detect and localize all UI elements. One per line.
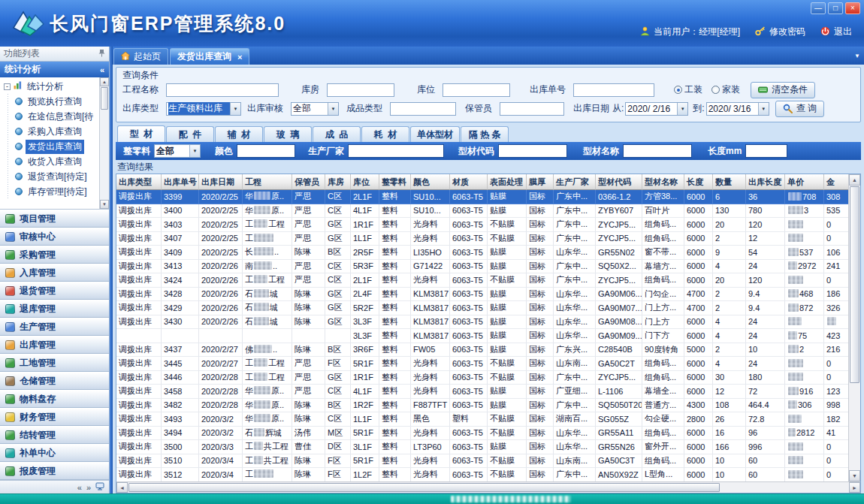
cell[interactable]: 6000 [684,357,713,371]
cell[interactable]: 4L1F [351,204,379,219]
material-tab[interactable]: 玻 璃 [264,126,312,142]
cell[interactable]: 门上方... [642,301,684,315]
cell[interactable]: 国标 [527,204,554,219]
cell[interactable]: 2972 [785,260,824,274]
cell[interactable]: 整料 [379,357,411,371]
table-row[interactable]: 调拨出库35102020/3/4工共工程陈琳F区5R1F整料光身料6063-T5… [116,454,848,469]
tree-item[interactable]: 采购入库查询 [0,124,109,139]
cell[interactable]: 24 [746,357,785,371]
cell[interactable]: 组角码... [642,357,684,371]
cell[interactable]: 山东华... [554,288,596,302]
tree-item[interactable]: 库存管理[待定] [0,184,109,199]
logout-link[interactable]: 退出 [834,26,852,38]
cell[interactable]: 998 [824,399,848,413]
cell[interactable]: 调拨出库 [116,232,162,246]
cell[interactable]: 国标 [527,371,554,385]
cell[interactable]: 不贴膜 [488,371,527,385]
cell[interactable]: 3458 [162,385,199,399]
cell[interactable]: 门勾企... [642,288,684,302]
column-header[interactable]: 表面处理 [488,174,527,190]
cell[interactable]: 华原.. [243,204,292,219]
column-header[interactable]: 出库长度 [746,174,785,190]
cell[interactable]: 调拨出库 [116,468,162,481]
column-header[interactable]: 长度 [684,174,713,190]
cell[interactable]: C区 [325,260,351,274]
cell[interactable]: 山东华... [554,427,596,441]
cell[interactable]: 4 [713,315,746,330]
cell[interactable]: ZYCJP5... [596,371,642,385]
cell[interactable]: F区 [325,468,351,481]
cell[interactable]: 调拨出库 [116,288,162,302]
cell[interactable]: 石城 [243,301,292,315]
cell[interactable]: C区 [325,273,351,288]
cell[interactable]: 华原.. [243,190,292,204]
cell[interactable] [785,315,824,330]
cell[interactable]: 24 [746,260,785,274]
project-name-input[interactable] [166,83,279,97]
cell[interactable]: 3407 [162,232,199,246]
sidebar-module[interactable]: 退货管理 [0,282,109,300]
cell[interactable]: 90度转角 [642,343,684,358]
cell[interactable]: 12 [746,232,785,246]
table-row[interactable]: 调拨出库34932020/3/2华原..陈琳C区1L1F整料黑色塑料不贴膜国标湖… [116,412,848,427]
computer-icon[interactable] [95,482,104,492]
cell[interactable]: 5R3F [351,260,379,274]
cell[interactable]: 光身料 [411,371,450,385]
cell[interactable]: F区 [325,357,351,371]
maximize-button[interactable]: □ [828,2,843,14]
cell[interactable]: 光身料 [411,357,450,371]
cell[interactable]: 长.. [243,246,292,260]
cell[interactable]: 湖南百... [554,412,596,427]
cell[interactable]: 1L2F [351,468,379,481]
cell[interactable]: GR55N26 [596,440,642,454]
cell[interactable]: 工 [243,232,292,246]
cell[interactable]: 工共工程 [243,440,292,454]
cell[interactable]: G71422 [411,260,450,274]
cell[interactable]: 1R2F [351,399,379,413]
cell[interactable]: 9 [713,246,746,260]
cell[interactable]: 537 [785,246,824,260]
cell[interactable]: SU10... [411,204,450,219]
sidebar-module[interactable]: 退库管理 [0,300,109,318]
cell[interactable]: 贴膜 [488,204,527,219]
cell[interactable]: 山东华... [554,315,596,330]
sidebar-module[interactable]: 财务管理 [0,408,109,426]
cell[interactable]: 山东华... [554,440,596,454]
cell[interactable]: 国标 [527,315,554,330]
cell[interactable]: 调拨出库 [116,454,162,469]
cell[interactable]: FW05 [411,343,450,358]
cell[interactable]: 不贴膜 [488,454,527,469]
material-tab[interactable]: 耗 材 [361,126,409,142]
cell[interactable]: 广东兴... [554,343,596,358]
cell[interactable]: 2020/2/26 [199,273,243,288]
cell[interactable]: 整料 [379,232,411,246]
tree-root[interactable]: - 统计分析 [0,79,109,94]
cell[interactable]: 严思 [292,357,325,371]
cell[interactable]: 2 [713,343,746,358]
cell[interactable]: 工工程 [243,218,292,232]
material-tab[interactable]: 配 件 [166,126,214,142]
cell[interactable]: 整料 [379,468,411,481]
cell[interactable] [785,218,824,232]
cell[interactable] [785,440,824,454]
tree-scrollbar[interactable]: ▲ ▼ [99,77,109,209]
cell[interactable]: 4 [713,329,746,343]
cell[interactable]: 光身料 [411,454,450,469]
minimize-button[interactable]: — [811,2,826,14]
cell[interactable]: 陈琳 [292,399,325,413]
cell[interactable]: 不贴膜 [488,357,527,371]
cell[interactable]: G区 [325,371,351,385]
cell[interactable]: 6000 [684,204,713,219]
footer-left-icon[interactable]: « [77,483,82,492]
cell[interactable]: 广东中... [554,399,596,413]
table-row[interactable]: 调拨出库34072020/2/25工严思G区1L1F整料光身料6063-T5不贴… [116,232,848,246]
cell[interactable]: 2020/2/26 [199,288,243,302]
cell[interactable]: 组角码... [642,218,684,232]
cell[interactable]: 整料 [379,440,411,454]
cell[interactable]: 3 [785,204,824,219]
cell[interactable]: 广东中... [554,260,596,274]
cell[interactable]: 3445 [162,357,199,371]
cell[interactable]: 国标 [527,399,554,413]
tab-overflow-icon[interactable]: ▼ [854,53,860,59]
cell[interactable]: 2020/2/26 [199,301,243,315]
